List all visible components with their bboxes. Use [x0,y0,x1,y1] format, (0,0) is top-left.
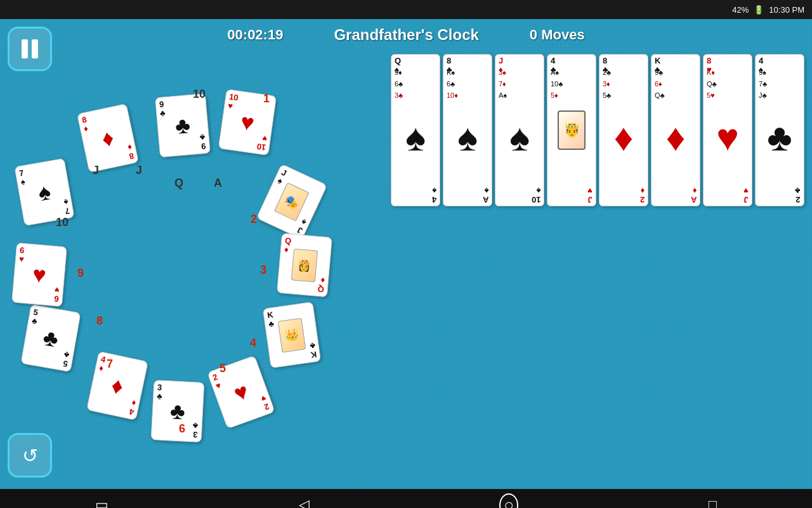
clock-card-4[interactable]: K♣ 👑 K♣ [263,302,321,368]
card-column-2[interactable]: 8♣ K♠ 6♣ 10♦ ♠ A♠ [443,54,494,209]
undo-button[interactable]: ↺ [8,433,52,478]
clock-card-2[interactable]: J♠ 🎭 J♠ [256,164,328,240]
clock-card-9[interactable]: 6♥ ♥ 6♥ [11,243,67,307]
card-column-5[interactable]: 8♣ 2♣ 3♦ 5♣ ♦ 2♦ [599,54,650,209]
battery-icon: 🔋 [754,5,764,15]
clock-card-6[interactable]: 3♣ ♣ 3♣ [151,380,205,443]
game-area: 00:02:19 Grandfather's Clock 0 Moves 9♣ … [0,19,812,489]
clock-card-5[interactable]: 2♥ ♥ 2♥ [207,355,275,429]
foundation-card-7[interactable]: 8♥ K♦ Q♣ 5♥ ♥ J♥ [703,54,752,206]
columns-area: Q♠ 9♦ 6♣ 3♣ ♠ 4♠ 8♣ K♠ 6♣ 10♦ ♠ A♠ J♦ [391,54,806,209]
square-nav-icon[interactable]: □ [709,497,717,508]
clock-card-3[interactable]: Q♦ 👸 Q♦ [277,233,332,298]
card-column-8[interactable]: 4♠ 9♠ 7♣ J♣ ♣ 2♣ [755,54,806,209]
game-title: Grandfather's Clock [334,26,478,44]
foundation-card-2[interactable]: 8♣ K♠ 6♣ 10♦ ♠ A♠ [443,54,492,206]
moves-display: 0 Moves [530,27,585,43]
foundation-card-4[interactable]: 4♣ A♠ 10♣ 5♦ 🤴 J♥ [547,54,596,206]
undo-icon: ↺ [22,444,38,467]
card-column-3[interactable]: J♦ 3♠ 7♦ A♠ ♠ 10♠ [495,54,546,209]
time-display: 10:30 PM [769,5,804,15]
foundation-card-1[interactable]: Q♠ 9♦ 6♣ 3♣ ♠ 4♠ [391,54,440,206]
card-column-1[interactable]: Q♠ 9♦ 6♣ 3♣ ♠ 4♠ [391,54,442,209]
home-nav-icon[interactable]: ○ [499,493,518,509]
foundation-card-8[interactable]: 4♠ 9♠ 7♣ J♣ ♣ 2♣ [755,54,804,206]
foundation-card-6[interactable]: K♣ 9♣ 6♦ Q♣ ♦ A♦ [651,54,700,206]
foundation-card-3[interactable]: J♦ 3♠ 7♦ A♠ ♠ 10♠ [495,54,544,206]
clock-card-12[interactable]: 9♣ ♣ 9♣ [155,93,211,158]
card-column-7[interactable]: 8♥ K♦ Q♣ 5♥ ♥ J♥ [703,54,754,209]
nav-bar: ▭ ◁ ○ □ [0,489,812,508]
timer-display: 00:02:19 [227,27,283,43]
card-column-6[interactable]: K♣ 9♣ 6♦ Q♣ ♦ A♦ [651,54,702,209]
battery-percentage: 42% [732,5,749,15]
clock-card-7[interactable]: 4♦ ♦ 4♦ [86,351,148,421]
header: 00:02:19 Grandfather's Clock 0 Moves [0,19,812,51]
status-bar: 42% 🔋 10:30 PM [0,0,812,19]
clock-card-11[interactable]: 8♦ ♦ 8♦ [77,104,139,173]
recents-nav-icon[interactable]: ▭ [95,497,108,508]
card-column-4[interactable]: 4♣ A♠ 10♣ 5♦ 🤴 J♥ [547,54,598,209]
back-nav-icon[interactable]: ◁ [299,497,310,508]
clock-card-8[interactable]: 5♣ ♣ 5♣ [20,304,81,372]
foundation-card-5[interactable]: 8♣ 2♣ 3♦ 5♣ ♦ 2♦ [599,54,648,206]
